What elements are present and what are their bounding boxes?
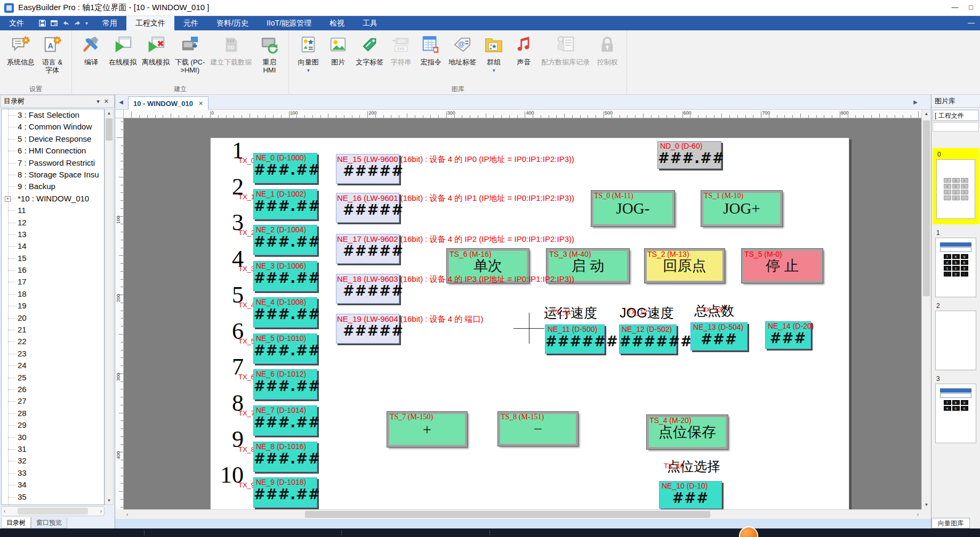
ribbon-button-重启HMI[interactable]: 重启 HMI xyxy=(254,33,284,75)
tree-item-3[interactable]: 3 : Fast Selection xyxy=(2,109,104,121)
scroll-left-icon[interactable]: ‹ xyxy=(124,510,131,519)
tree-item-17[interactable]: 17 xyxy=(2,276,104,288)
menu-tab-常用[interactable]: 常用 xyxy=(93,16,126,30)
picture-item-0[interactable]: 0789456123.0- xyxy=(933,148,979,224)
tab-directory-tree[interactable]: 目录树 xyxy=(1,517,31,528)
tree-item-28[interactable]: 28 xyxy=(2,408,104,419)
tab-scroll-left-icon[interactable]: ◀ xyxy=(116,97,126,107)
tree-item-34[interactable]: 34 xyxy=(2,479,104,491)
scroll-up-icon[interactable]: ▲ xyxy=(105,109,113,117)
tree-item-6[interactable]: 6 : HMI Connection xyxy=(2,145,104,157)
tree-item-33[interactable]: 33 xyxy=(2,467,104,479)
touch-switch-TS_5[interactable]: 停 止TS_5 (M-0) xyxy=(742,249,823,283)
touch-switch-TS_0[interactable]: JOG-TS_0 (M-11) xyxy=(591,191,674,226)
numeric-entry-NE_9[interactable]: NE_9 (D-1018)###.## xyxy=(253,477,317,508)
scroll-right-icon[interactable]: › xyxy=(98,507,104,516)
tree-item-27[interactable]: 27 xyxy=(2,395,104,407)
ribbon-button-向量图[interactable]: 向量图▾ xyxy=(293,33,323,73)
ribbon-button-文字标签[interactable]: 文字标签 xyxy=(353,33,386,67)
scroll-down-icon[interactable]: ▼ xyxy=(922,501,931,509)
picture-item-3[interactable]: 3789456 xyxy=(933,375,979,443)
panel-close-icon[interactable]: ✕ xyxy=(102,98,111,105)
ribbon-button-地址标签[interactable]: @地址标签 xyxy=(446,33,479,67)
ribbon-button-声音[interactable]: 声音 xyxy=(509,33,539,67)
redo-icon[interactable] xyxy=(74,19,82,27)
maximize-button[interactable]: □ xyxy=(964,2,978,13)
tree-item-12[interactable]: 12 xyxy=(2,217,104,229)
tree-item-14[interactable]: 14 xyxy=(2,240,104,252)
ribbon-button-下载 (PC->HMI)[interactable]: 下载 (PC- >HMI) xyxy=(172,33,207,75)
window-export-icon[interactable] xyxy=(50,19,58,27)
qat-more-icon[interactable]: ▾ xyxy=(85,20,88,26)
tree-item-19[interactable]: 19 xyxy=(2,300,104,312)
touch-switch-TS_7[interactable]: +TS_7 (M-150) xyxy=(387,412,467,447)
tree-horizontal-scrollbar[interactable]: ‹ › xyxy=(1,506,105,516)
tab-scroll-right-icon[interactable]: ▶ xyxy=(911,97,920,107)
numeric-entry-NE_11[interactable]: NE_11 (D-500)###### xyxy=(545,324,605,354)
tab-vector-library[interactable]: 向量图库 xyxy=(931,518,970,528)
numeric-entry-NE_0[interactable]: NE_0 (D-1000)###.## xyxy=(253,153,317,183)
ribbon-button-系统信息[interactable]: 系统信息 xyxy=(4,33,37,67)
numeric-entry-NE_4[interactable]: NE_4 (D-1008)###.## xyxy=(253,297,317,328)
menu-file[interactable]: 文件 xyxy=(0,16,33,30)
save-icon[interactable] xyxy=(38,19,46,27)
tree-item-13[interactable]: 13 xyxy=(2,229,104,240)
tree-item-31[interactable]: 31 xyxy=(2,443,104,455)
tree-item-24[interactable]: 24 xyxy=(2,360,104,371)
canvas-vertical-scrollbar[interactable]: ▲ ▼ xyxy=(921,110,931,509)
numeric-display-nd0[interactable]: ND_0 (D-60) ###.## xyxy=(657,141,721,169)
numeric-entry-NE_3[interactable]: NE_3 (D-1006)###.## xyxy=(253,261,317,291)
chevron-down-icon[interactable]: ▾ xyxy=(307,68,310,73)
touch-switch-TS_1[interactable]: JOG+TS_1 (M-10) xyxy=(701,191,782,226)
numeric-entry-NE_2[interactable]: NE_2 (D-1004)###.## xyxy=(253,225,317,255)
tree-item-4[interactable]: 4 : Common Window xyxy=(2,121,104,133)
expand-icon[interactable]: + xyxy=(5,196,11,202)
ribbon-button-宏指令[interactable]: 宏指令 xyxy=(416,33,446,67)
tree-item-16[interactable]: 16 xyxy=(2,264,104,276)
menu-tab-IIoT/能源管理[interactable]: IIoT/能源管理 xyxy=(258,16,320,30)
tree-item-26[interactable]: 26 xyxy=(2,384,104,395)
tree-item-7[interactable]: 7 : Password Restricti xyxy=(2,157,104,169)
minimize-button[interactable]: — xyxy=(948,2,962,13)
tree-item-18[interactable]: 18 xyxy=(2,288,104,300)
picture-item-2[interactable]: 2 xyxy=(933,302,979,370)
tree-item-11[interactable]: 11 xyxy=(2,205,104,216)
panel-dropdown-icon[interactable]: ▾ xyxy=(94,98,102,105)
tree-item-23[interactable]: 23 xyxy=(2,348,104,360)
scrollbar-thumb[interactable] xyxy=(305,511,710,518)
menu-tab-元件[interactable]: 元件 xyxy=(174,16,207,30)
library-select[interactable]: [ 工程文件 xyxy=(933,110,979,121)
tree-item-36[interactable]: 36 xyxy=(2,503,104,505)
scroll-right-icon[interactable]: › xyxy=(914,510,921,519)
menu-tab-资料/历史[interactable]: 资料/历史 xyxy=(207,16,258,30)
scroll-up-icon[interactable]: ▲ xyxy=(922,110,931,118)
chevron-down-icon[interactable]: ▾ xyxy=(493,68,495,73)
tree-item-22[interactable]: 22 xyxy=(2,336,104,347)
tab-window-preview[interactable]: 窗口预览 xyxy=(31,517,67,528)
touch-switch-TS_2[interactable]: 回原点TS_2 (M-13) xyxy=(645,249,725,283)
menu-tab-工程文件[interactable]: 工程文件 xyxy=(126,16,174,30)
numeric-entry-NE_8[interactable]: NE_8 (D-1016)###.## xyxy=(253,442,317,472)
scroll-left-icon[interactable]: ‹ xyxy=(2,507,7,516)
ribbon-collapse-icon[interactable]: — xyxy=(968,16,975,30)
numeric-entry-ne10[interactable]: NE_10 (D-10) ### xyxy=(659,481,722,509)
menu-tab-工具[interactable]: 工具 xyxy=(354,16,387,30)
canvas-horizontal-scrollbar[interactable]: ‹ › xyxy=(124,509,921,519)
library-search-input[interactable] xyxy=(933,122,979,132)
tree-item-25[interactable]: 25 xyxy=(2,372,104,384)
hmi-window-010[interactable]: TX_10 点位选择 ND_0 (D-60) ###.## NE_10 (D-1… xyxy=(210,137,849,509)
tree-item-30[interactable]: 30 xyxy=(2,432,104,443)
touch-switch-TS_8[interactable]: −TS_8 (M-151) xyxy=(498,412,578,446)
undo-icon[interactable] xyxy=(62,19,70,27)
tree-item-15[interactable]: 15 xyxy=(2,253,104,264)
tree-item-20[interactable]: 20 xyxy=(2,312,104,324)
tab-close-icon[interactable]: ✕ xyxy=(198,100,203,107)
numeric-entry-NE_7[interactable]: NE_7 (D-1014)###.## xyxy=(253,405,317,436)
tree-item-8[interactable]: 8 : Storage Space Insu xyxy=(2,169,104,181)
numeric-entry-NE_1[interactable]: NE_1 (D-1002)###.## xyxy=(253,189,317,219)
ribbon-button-在线模拟[interactable]: 在线模拟 xyxy=(106,33,139,67)
ribbon-button-语言 &字体[interactable]: A语言 & 字体 xyxy=(37,33,67,75)
scrollbar-thumb[interactable] xyxy=(18,508,88,515)
numeric-entry-NE_13[interactable]: NE_13 (D-504)### xyxy=(690,322,748,351)
ribbon-button-离线模拟[interactable]: 离线模拟 xyxy=(139,33,172,67)
